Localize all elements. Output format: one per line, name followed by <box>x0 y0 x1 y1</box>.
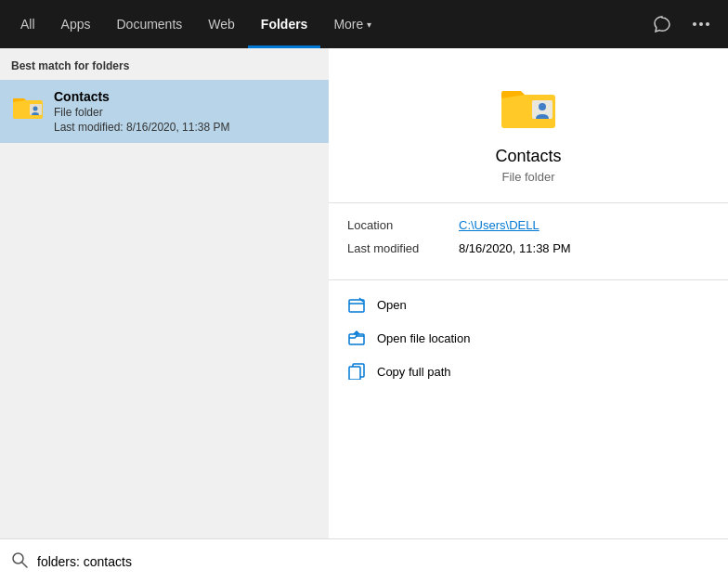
top-nav: All Apps Documents Web Folders More ▾ <box>0 0 728 48</box>
left-panel: Best match for folders Contacts File fol… <box>0 48 329 538</box>
modified-label: Last modified <box>347 241 459 255</box>
nav-item-apps[interactable]: Apps <box>48 0 104 48</box>
svg-point-0 <box>693 22 696 26</box>
chevron-down-icon: ▾ <box>367 19 371 30</box>
search-bar <box>0 538 728 583</box>
right-panel: Contacts File folder Location C:\Users\D… <box>329 48 728 538</box>
nav-item-documents[interactable]: Documents <box>103 0 195 48</box>
copy-full-path-action[interactable]: Copy full path <box>347 362 709 381</box>
nav-item-web[interactable]: Web <box>195 0 248 48</box>
nav-documents-label: Documents <box>116 17 182 32</box>
svg-point-8 <box>539 103 546 110</box>
copy-icon <box>347 362 366 381</box>
main-content: Best match for folders Contacts File fol… <box>0 48 728 538</box>
location-label: Location <box>347 218 459 232</box>
detail-actions: Open Open file location <box>329 280 728 410</box>
open-label: Open <box>377 298 407 312</box>
modified-value: 8/16/2020, 11:38 PM <box>459 241 571 255</box>
item-type: File folder <box>54 106 318 119</box>
nav-item-folders[interactable]: Folders <box>248 0 321 48</box>
svg-point-13 <box>13 553 23 564</box>
location-row: Location C:\Users\DELL <box>347 218 709 232</box>
item-modified: Last modified: 8/16/2020, 11:38 PM <box>54 121 318 134</box>
svg-point-5 <box>33 107 38 111</box>
search-icon <box>11 551 28 572</box>
item-details: Contacts File folder Last modified: 8/16… <box>54 89 318 134</box>
copy-full-path-label: Copy full path <box>377 365 451 379</box>
section-header: Best match for folders <box>0 59 329 80</box>
search-input[interactable] <box>37 554 717 569</box>
detail-name: Contacts <box>495 147 561 166</box>
open-icon <box>347 295 366 314</box>
nav-more-label: More <box>333 17 363 32</box>
more-options-icon[interactable] <box>682 0 721 48</box>
open-action[interactable]: Open <box>347 295 709 314</box>
open-file-location-icon <box>347 329 366 347</box>
nav-item-more[interactable]: More ▾ <box>320 0 384 48</box>
nav-folders-label: Folders <box>261 17 308 32</box>
svg-point-2 <box>706 22 709 26</box>
detail-header: Contacts File folder <box>329 48 728 203</box>
nav-apps-label: Apps <box>61 17 91 32</box>
open-file-location-action[interactable]: Open file location <box>347 329 709 347</box>
modified-row: Last modified 8/16/2020, 11:38 PM <box>347 241 709 255</box>
open-file-location-label: Open file location <box>377 331 470 345</box>
feedback-icon[interactable] <box>643 0 682 48</box>
detail-folder-icon <box>499 76 558 136</box>
result-item[interactable]: Contacts File folder Last modified: 8/16… <box>0 80 329 143</box>
detail-type: File folder <box>501 170 554 184</box>
svg-rect-9 <box>349 300 364 312</box>
nav-web-label: Web <box>208 17 235 32</box>
detail-info: Location C:\Users\DELL Last modified 8/1… <box>329 203 728 280</box>
folder-icon <box>11 89 45 123</box>
nav-item-all[interactable]: All <box>7 0 48 48</box>
svg-rect-12 <box>349 367 360 380</box>
location-value[interactable]: C:\Users\DELL <box>459 218 540 232</box>
nav-all-label: All <box>20 17 35 32</box>
svg-point-1 <box>699 22 703 26</box>
item-name: Contacts <box>54 89 318 104</box>
